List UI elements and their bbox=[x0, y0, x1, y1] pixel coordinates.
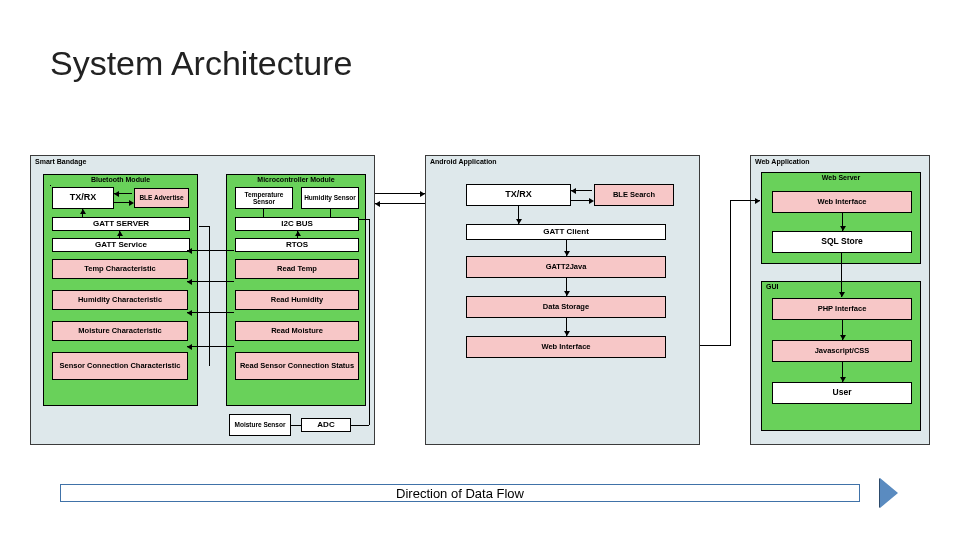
box-gatt-client: GATT Client bbox=[466, 224, 666, 240]
box-read-humidity: Read Humidity bbox=[235, 290, 359, 310]
box-gatt-server: GATT SERVER bbox=[52, 217, 190, 231]
data-flow-arrow: Direction of Data Flow bbox=[60, 478, 880, 508]
box-humidity-sensor: Humidity Sensor bbox=[301, 187, 359, 209]
panel-web: Web Application Web Server Web Interface… bbox=[750, 155, 930, 445]
box-web-interface: Web Interface bbox=[772, 191, 912, 213]
module-label-web-server: Web Server bbox=[762, 174, 920, 181]
box-i2c-bus: I2C BUS bbox=[235, 217, 359, 231]
module-web-server: Web Server Web Interface SQL Store bbox=[761, 172, 921, 264]
module-label-gui: GUI bbox=[766, 283, 920, 290]
box-sensor-conn-characteristic: Sensor Connection Characteristic bbox=[52, 352, 188, 380]
module-gui: GUI PHP Interface Javascript/CSS User bbox=[761, 281, 921, 431]
box-moisture-sensor: Moisture Sensor bbox=[229, 414, 291, 436]
panel-label-smart-bandage: Smart Bandage bbox=[35, 158, 86, 165]
box-temp-characteristic: Temp Characteristic bbox=[52, 259, 188, 279]
box-rtos: RTOS bbox=[235, 238, 359, 252]
box-gatt-service: GATT Service bbox=[52, 238, 190, 252]
box-user: User bbox=[772, 382, 912, 404]
box-temp-sensor: Temperature Sensor bbox=[235, 187, 293, 209]
panel-label-web: Web Application bbox=[755, 158, 809, 165]
box-ble-search: BLE Search bbox=[594, 184, 674, 206]
box-adc: ADC bbox=[301, 418, 351, 432]
box-js-css: Javascript/CSS bbox=[772, 340, 912, 362]
box-gatt2java: GATT2Java bbox=[466, 256, 666, 278]
slide-title: System Architecture bbox=[50, 44, 352, 83]
diagram-canvas: Smart Bandage Bluetooth Module TX/RX BLE… bbox=[30, 155, 940, 465]
box-android-web-interface: Web Interface bbox=[466, 336, 666, 358]
box-php-interface: PHP Interface bbox=[772, 298, 912, 320]
box-humidity-characteristic: Humidity Characteristic bbox=[52, 290, 188, 310]
module-bluetooth: Bluetooth Module TX/RX BLE Advertise GAT… bbox=[43, 174, 198, 406]
box-read-sensor-conn: Read Sensor Connection Status bbox=[235, 352, 359, 380]
panel-smart-bandage: Smart Bandage Bluetooth Module TX/RX BLE… bbox=[30, 155, 375, 445]
module-label-bluetooth: Bluetooth Module bbox=[44, 176, 197, 183]
box-read-moisture: Read Moisture bbox=[235, 321, 359, 341]
module-label-microcontroller: Microcontroller Module bbox=[227, 176, 365, 183]
data-flow-label: Direction of Data Flow bbox=[60, 484, 860, 502]
box-ble-advertise: BLE Advertise bbox=[134, 188, 189, 208]
box-data-storage: Data Storage bbox=[466, 296, 666, 318]
panel-label-android: Android Application bbox=[430, 158, 497, 165]
panel-android: Android Application TX/RX BLE Search GAT… bbox=[425, 155, 700, 445]
module-microcontroller: Microcontroller Module Temperature Senso… bbox=[226, 174, 366, 406]
box-moisture-characteristic: Moisture Characteristic bbox=[52, 321, 188, 341]
box-read-temp: Read Temp bbox=[235, 259, 359, 279]
box-txrx-bluetooth: TX/RX bbox=[52, 187, 114, 209]
box-android-txrx: TX/RX bbox=[466, 184, 571, 206]
box-sql-store: SQL Store bbox=[772, 231, 912, 253]
